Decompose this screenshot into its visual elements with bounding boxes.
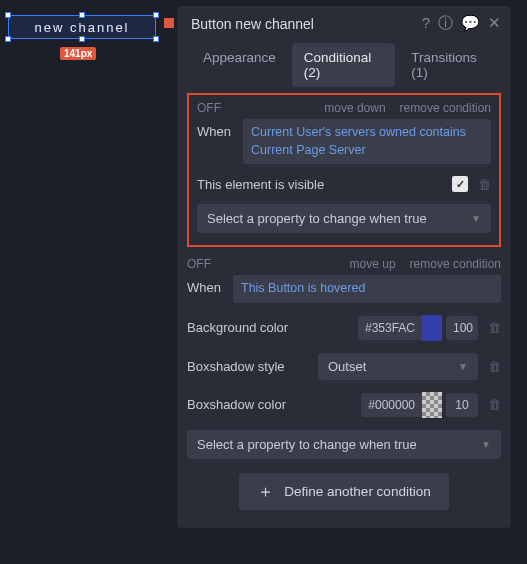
- shadow-style-select[interactable]: Outset ▼: [318, 353, 478, 380]
- tab-conditional[interactable]: Conditional (2): [292, 43, 396, 87]
- resize-handle[interactable]: [79, 12, 85, 18]
- tabs: Appearance Conditional (2) Transitions (…: [177, 43, 511, 93]
- trash-icon[interactable]: 🗑: [488, 397, 501, 412]
- panel-header: Button new channel ? ⓘ 💬 ✕: [177, 6, 511, 43]
- property-select[interactable]: Select a property to change when true ▼: [187, 430, 501, 459]
- chevron-down-icon: ▼: [471, 213, 481, 224]
- condition-2: OFF move up remove condition When This B…: [177, 251, 511, 510]
- property-select[interactable]: Select a property to change when true ▼: [197, 204, 491, 233]
- canvas-button-text: new channel: [35, 20, 130, 35]
- bg-hex-input[interactable]: #353FAC: [358, 316, 422, 340]
- when-label: When: [187, 275, 227, 303]
- shadow-opacity-input[interactable]: 10: [446, 393, 478, 417]
- visible-label: This element is visible: [197, 177, 324, 192]
- define-condition-label: Define another condition: [284, 484, 430, 499]
- panel-title: Button new channel: [191, 16, 314, 32]
- trash-icon[interactable]: 🗑: [488, 320, 501, 335]
- plus-icon: ＋: [257, 483, 274, 500]
- shadow-color-label: Boxshadow color: [187, 397, 361, 412]
- issue-indicator-icon[interactable]: [164, 18, 174, 28]
- chevron-down-icon: ▼: [481, 439, 491, 450]
- resize-handle[interactable]: [5, 12, 11, 18]
- resize-handle[interactable]: [153, 36, 159, 42]
- resize-handle[interactable]: [5, 36, 11, 42]
- comment-icon[interactable]: 💬: [461, 14, 480, 33]
- trash-icon[interactable]: 🗑: [478, 177, 491, 192]
- shadow-style-value: Outset: [328, 359, 366, 374]
- move-down-link[interactable]: move down: [324, 101, 385, 115]
- property-select-label: Select a property to change when true: [207, 211, 427, 226]
- visible-checkbox[interactable]: ✓: [452, 176, 468, 192]
- shadow-swatch[interactable]: [422, 392, 442, 418]
- shadow-style-label: Boxshadow style: [187, 359, 318, 374]
- when-label: When: [197, 119, 237, 164]
- close-icon[interactable]: ✕: [488, 14, 501, 33]
- shadow-hex-input[interactable]: #000000: [361, 393, 422, 417]
- move-up-link[interactable]: move up: [350, 257, 396, 271]
- condition-off-label: OFF: [187, 257, 211, 271]
- tab-transitions[interactable]: Transitions (1): [399, 43, 501, 87]
- define-condition-button[interactable]: ＋ Define another condition: [239, 473, 449, 510]
- expression-input[interactable]: This Button is hovered: [233, 275, 501, 303]
- chevron-down-icon: ▼: [458, 361, 468, 372]
- tab-appearance[interactable]: Appearance: [191, 43, 288, 87]
- bg-color-label: Background color: [187, 320, 358, 335]
- resize-handle[interactable]: [153, 12, 159, 18]
- expression-input[interactable]: Current User's servers owned contains Cu…: [243, 119, 491, 164]
- canvas-button-preview[interactable]: new channel: [8, 15, 156, 39]
- bg-opacity-input[interactable]: 100: [446, 316, 478, 340]
- property-select-label: Select a property to change when true: [197, 437, 417, 452]
- remove-condition-link[interactable]: remove condition: [400, 101, 491, 115]
- remove-condition-link[interactable]: remove condition: [410, 257, 501, 271]
- bg-swatch[interactable]: [422, 315, 442, 341]
- property-panel: Button new channel ? ⓘ 💬 ✕ Appearance Co…: [177, 6, 511, 528]
- condition-off-label: OFF: [197, 101, 221, 115]
- condition-1-highlight: OFF move down remove condition When Curr…: [187, 93, 501, 247]
- trash-icon[interactable]: 🗑: [488, 359, 501, 374]
- size-badge: 141px: [60, 47, 96, 60]
- resize-handle[interactable]: [79, 36, 85, 42]
- info-icon[interactable]: ⓘ: [438, 14, 453, 33]
- help-icon[interactable]: ?: [422, 14, 430, 33]
